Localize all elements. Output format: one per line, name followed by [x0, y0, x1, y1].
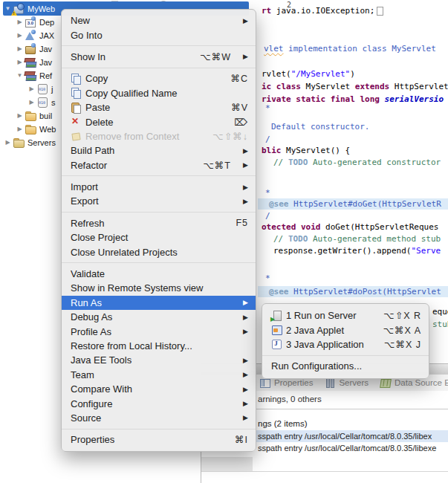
submenu-arrow-icon: ▶ — [241, 371, 248, 378]
expand-arrow-icon[interactable]: ▶ — [16, 112, 24, 119]
run-as-submenu: 1 Run on Server⌥⇧X R2 Java Applet⌥⌘X A3 … — [262, 303, 429, 379]
menu-item-new[interactable]: New▶ — [62, 13, 256, 27]
submenu-arrow-icon: ▶ — [241, 414, 248, 421]
markers-group-label: ngs (2 items) — [258, 419, 307, 428]
expand-arrow-icon[interactable]: ▶ — [16, 32, 24, 39]
menu-item-compare-with[interactable]: Compare With▶ — [62, 382, 256, 396]
folder-icon — [25, 110, 36, 121]
menu-item-copy-qualified-name[interactable]: Copy Qualified Name — [62, 86, 256, 100]
submenu-arrow-icon: ▶ — [241, 184, 248, 191]
tab-servers[interactable]: Servers — [325, 378, 369, 387]
menu-item-label: 1 Run on Server — [286, 310, 357, 321]
menu-separator — [62, 262, 256, 263]
menu-separator — [62, 212, 256, 213]
java-resources-icon — [25, 43, 36, 54]
submenu-item-run-configurations[interactable]: Run Configurations... — [262, 359, 429, 373]
tab-label: Servers — [339, 378, 369, 387]
warning-overlay-icon — [11, 10, 17, 16]
menu-item-properties[interactable]: Properties⌘I — [62, 432, 256, 447]
menu-item-source[interactable]: Source▶ — [62, 411, 256, 425]
menu-item-go-into[interactable]: Go Into — [62, 27, 256, 42]
properties-table-icon — [260, 378, 270, 387]
submenu-arrow-icon: ▶ — [241, 314, 248, 321]
submenu-arrow-icon: ▶ — [241, 53, 248, 60]
submenu-item-1-run-on-server[interactable]: 1 Run on Server⌥⇧X R — [262, 308, 429, 322]
submenu-item-2-java-applet[interactable]: 2 Java Applet⌥⌘X A — [262, 322, 429, 337]
menu-item-refresh[interactable]: RefreshF5 — [62, 216, 256, 230]
jar-icon — [36, 97, 48, 108]
menu-item-validate[interactable]: Validate — [62, 267, 256, 281]
menu-item-export[interactable]: Export▶ — [62, 194, 256, 208]
menu-item-run-as[interactable]: Run As▶ — [62, 296, 256, 310]
menu-item-show-in[interactable]: Show In⌥⌘W▶ — [62, 50, 256, 64]
expand-arrow-icon[interactable]: ▶ — [16, 19, 24, 25]
submenu-arrow-icon: ▶ — [241, 17, 248, 25]
tab-label: Data Source Ex — [395, 378, 448, 387]
expand-arrow-icon[interactable]: ▶ — [27, 85, 36, 92]
javascript-resources-icon — [25, 56, 36, 68]
menu-item-label: Delete — [85, 117, 114, 128]
submenu-arrow-icon: ▶ — [241, 198, 248, 205]
menu-item-label: Show In — [71, 51, 105, 62]
menu-item-paste[interactable]: Paste⌘V — [62, 100, 256, 114]
submenu-item-3-java-application[interactable]: 3 Java Application⌥⌘X J — [262, 337, 429, 351]
menu-item-show-in-remote-systems-view[interactable]: Show in Remote Systems view — [62, 281, 256, 295]
menu-item-delete[interactable]: Delete⌦ — [62, 114, 256, 129]
referenced-libraries-icon — [25, 70, 36, 81]
menu-item-debug-as[interactable]: Debug As▶ — [62, 310, 256, 324]
menu-item-profile-as[interactable]: Profile As▶ — [62, 324, 256, 338]
tab-properties[interactable]: Properties — [260, 378, 313, 387]
expand-arrow-icon[interactable]: ▶ — [16, 59, 24, 65]
menu-item-build-path[interactable]: Build Path▶ — [62, 143, 256, 158]
code-line: * — [265, 103, 270, 114]
expand-arrow-icon[interactable]: ▶ — [16, 45, 24, 52]
menu-item-shortcut: ⌥⌘T — [203, 160, 231, 171]
menu-item-label: Import — [71, 181, 98, 192]
tab-data-source-ex[interactable]: Data Source Ex — [380, 378, 448, 387]
eclipse-window: ▼MyWeb▶Dep▶JAX▶Jav▶Jav▼Ref▶j▶s▶buil▶Web▶… — [0, 0, 448, 483]
menu-item-label: Debug As — [71, 311, 112, 322]
menu-item-label: Source — [71, 412, 101, 424]
code-line: blic MyServlet() { — [262, 146, 350, 156]
menu-item-copy[interactable]: Copy⌘C — [62, 71, 256, 85]
menu-item-label: Close Project — [71, 232, 128, 243]
tab-label: Properties — [274, 378, 313, 387]
expand-arrow-icon[interactable]: ▶ — [16, 126, 24, 132]
tree-item-label: JAX — [39, 31, 54, 40]
menu-item-label: 3 Java Application — [286, 339, 364, 350]
menu-item-label: Compare With — [71, 383, 132, 395]
tree-item-label: buil — [39, 111, 52, 120]
menu-item-label: Properties — [71, 434, 114, 445]
code-line: / — [265, 134, 270, 145]
menu-item-remove-from-context[interactable]: Remove from Context⌥⇧⌘↓ — [62, 129, 256, 143]
expand-arrow-icon[interactable]: ▶ — [27, 99, 36, 106]
collapse-arrow-icon[interactable]: ▼ — [16, 72, 24, 79]
copy-icon — [71, 74, 82, 84]
folded-region-icon — [377, 7, 383, 16]
menu-item-java-ee-tools[interactable]: Java EE Tools▶ — [62, 353, 256, 367]
menu-item-close-project[interactable]: Close Project — [62, 230, 256, 244]
menu-item-label: Validate — [71, 268, 105, 279]
menu-item-label: Close Unrelated Projects — [71, 247, 178, 258]
menu-item-restore-from-local-history[interactable]: Restore from Local History... — [62, 339, 256, 353]
code-line: ic class MyServlet extends HttpServlet — [262, 82, 448, 92]
menu-separator — [62, 68, 256, 68]
expand-arrow-icon[interactable]: ▶ — [4, 139, 12, 146]
submenu-arrow-icon: ▶ — [241, 386, 248, 393]
menu-item-label: Go Into — [71, 30, 103, 41]
menu-item-label: Profile As — [71, 326, 111, 337]
jaxws-icon — [25, 30, 36, 41]
menu-item-import[interactable]: Import▶ — [62, 180, 256, 194]
menu-item-close-unrelated-projects[interactable]: Close Unrelated Projects — [62, 244, 256, 259]
menu-item-label: Refactor — [71, 160, 107, 171]
menu-item-label: Team — [71, 369, 94, 380]
menu-item-label: Run As — [71, 297, 102, 308]
menu-separator — [62, 429, 256, 429]
menu-item-label: Show in Remote Systems view — [71, 282, 203, 294]
menu-item-refactor[interactable]: Refactor⌥⌘T▶ — [62, 158, 256, 172]
menu-item-configure[interactable]: Configure▶ — [62, 396, 256, 410]
menu-item-label: Java EE Tools — [71, 354, 132, 366]
menu-item-shortcut: ⌘C — [230, 73, 248, 84]
menu-item-team[interactable]: Team▶ — [62, 368, 256, 382]
servers-folder-icon — [13, 137, 25, 148]
